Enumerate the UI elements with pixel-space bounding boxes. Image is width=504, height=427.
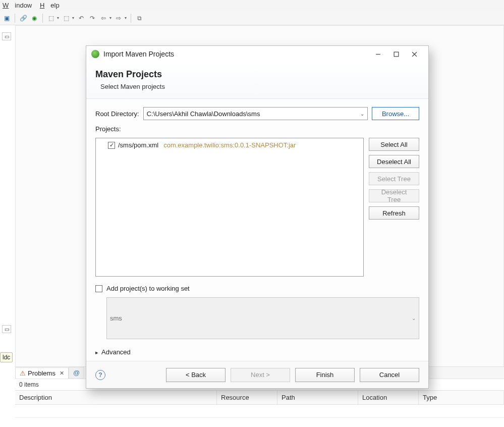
tab-problems-label: Problems	[28, 369, 55, 377]
tab-problems[interactable]: ⚠ Problems ✕	[15, 367, 69, 379]
back-icon[interactable]: ⇦	[99, 14, 107, 22]
caret-right-icon	[95, 348, 98, 356]
project-path: /sms/pom.xml	[118, 141, 158, 149]
save-all-icon[interactable]: ▣	[3, 14, 11, 22]
working-set-label: Add project(s) to working set	[106, 285, 190, 292]
wizard-header: Maven Projects Select Maven projects	[86, 62, 428, 99]
tool-icon-2[interactable]: ⬚	[62, 14, 70, 22]
select-all-button[interactable]: Select All	[369, 138, 419, 151]
gutter-tab-icon[interactable]: ▭	[2, 32, 11, 40]
chevron-down-icon: ⌄	[412, 315, 416, 321]
close-icon[interactable]: ✕	[60, 370, 64, 377]
minimize-button[interactable]	[369, 48, 387, 60]
ext-icon[interactable]: ⧉	[135, 14, 143, 22]
project-artifact: com.example.twilio:sms:0.0.1-SNAPSHOT:ja…	[163, 141, 296, 149]
maven-icon	[91, 50, 99, 58]
tool-icon-1[interactable]: ⬚	[47, 14, 55, 22]
col-location[interactable]: Location	[358, 391, 419, 404]
tab-other[interactable]: @	[69, 367, 84, 379]
toolbar: ▣ 🔗 ◉ ⬚▾ ⬚▾ ↶ ↷ ⇦▾ ⇨▾ ⧉	[0, 11, 504, 25]
deselect-all-button[interactable]: Deselect All	[369, 155, 419, 168]
dialog-titlebar: Import Maven Projects	[86, 46, 428, 62]
cancel-button[interactable]: Cancel	[360, 368, 419, 382]
col-path[interactable]: Path	[277, 391, 358, 404]
import-maven-dialog: Import Maven Projects Maven Projects Sel…	[86, 45, 429, 389]
svg-rect-1	[394, 52, 399, 57]
working-set-field: sms ⌄	[106, 297, 419, 339]
refresh-button[interactable]: Refresh	[369, 206, 419, 220]
root-directory-value: C:\Users\Akhil Chawla\Downloads\sms	[147, 110, 260, 118]
link-icon[interactable]: 🔗	[19, 14, 27, 22]
back-button[interactable]: < Back	[166, 368, 226, 382]
redo-icon[interactable]: ↷	[88, 14, 96, 22]
projects-list[interactable]: /sms/pom.xml com.example.twilio:sms:0.0.…	[95, 138, 364, 277]
menu-help[interactable]: Help	[40, 2, 60, 9]
finish-button[interactable]: Finish	[295, 368, 355, 382]
menubar: Window Help	[0, 0, 504, 11]
projects-label: Projects:	[95, 125, 419, 133]
problems-table-head: Description Resource Path Location Type	[15, 390, 504, 405]
maximize-button[interactable]	[387, 48, 405, 60]
chevron-down-icon: ⌄	[360, 111, 364, 117]
browse-button[interactable]: Browse...	[372, 107, 419, 120]
select-tree-button: Select Tree	[369, 172, 419, 185]
project-checkbox[interactable]	[108, 142, 115, 149]
deselect-tree-button: Deselect Tree	[369, 189, 419, 202]
menu-window[interactable]: Window	[3, 2, 32, 9]
run-icon[interactable]: ◉	[30, 14, 38, 22]
gutter-tab-icon-2[interactable]: ▭	[2, 325, 11, 333]
working-set-checkbox[interactable]	[95, 285, 102, 292]
working-set-value: sms	[110, 314, 122, 322]
dialog-title: Import Maven Projects	[103, 50, 369, 58]
col-resource[interactable]: Resource	[217, 391, 277, 404]
table-row	[15, 405, 504, 418]
wizard-subheading: Select Maven projects	[95, 83, 419, 90]
dialog-footer: ? < Back Next > Finish Cancel	[86, 361, 428, 388]
next-button: Next >	[231, 368, 290, 382]
root-directory-label: Root Directory:	[95, 110, 139, 118]
advanced-toggle[interactable]: Advanced	[95, 348, 419, 356]
col-type[interactable]: Type	[419, 391, 504, 404]
fwd-icon[interactable]: ⇨	[115, 14, 123, 22]
left-gutter: ▭	[0, 30, 14, 42]
problems-icon: ⚠	[20, 369, 26, 377]
col-description[interactable]: Description	[15, 391, 217, 404]
advanced-label: Advanced	[101, 348, 131, 356]
wizard-heading: Maven Projects	[95, 69, 419, 80]
close-button[interactable]	[405, 48, 423, 60]
help-icon[interactable]: ?	[95, 370, 105, 380]
undo-icon[interactable]: ↶	[77, 14, 85, 22]
at-icon: @	[73, 369, 80, 377]
list-item[interactable]: /sms/pom.xml com.example.twilio:sms:0.0.…	[99, 141, 360, 149]
root-directory-field[interactable]: C:\Users\Akhil Chawla\Downloads\sms ⌄	[143, 107, 368, 120]
ldc-tag: ldc	[0, 352, 13, 362]
